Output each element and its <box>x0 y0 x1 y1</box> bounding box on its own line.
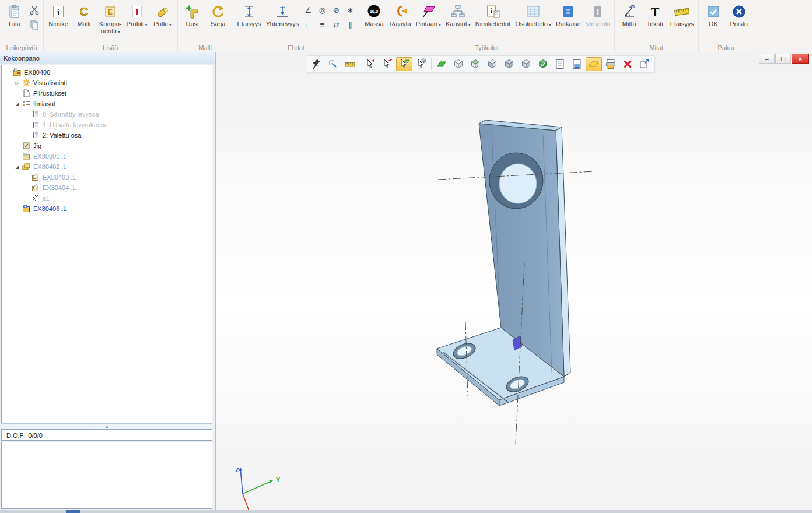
ok-button[interactable]: OK <box>701 2 726 29</box>
cut-button[interactable] <box>28 3 41 16</box>
item-icon: i <box>51 3 66 19</box>
workplane-button[interactable] <box>586 57 602 71</box>
text-icon: T <box>648 3 663 19</box>
angle-constraint-button[interactable]: ∠ <box>302 3 314 16</box>
svg-text:i: i <box>57 8 60 16</box>
tree-item-ex80403-l[interactable]: EX80403 .L <box>2 172 212 182</box>
select-solid-button[interactable] <box>413 57 429 71</box>
poistu-button[interactable]: Poistu <box>726 2 752 29</box>
paste-button[interactable]: Liitä <box>2 2 27 29</box>
panel-splitter[interactable]: ▴ <box>1 423 212 429</box>
tree-item-label: EX80400 <box>24 69 50 76</box>
print-preview-button[interactable] <box>603 57 619 71</box>
to-surface-icon <box>421 3 436 19</box>
sarja-button[interactable]: Sarja <box>205 2 231 29</box>
tree-item-ex80400[interactable]: EX80400 <box>2 67 212 78</box>
osaluettelo-button[interactable]: Osaluettelo▾ <box>513 2 554 30</box>
nimiketiedot-button[interactable]: iNimiketiedot <box>473 2 513 29</box>
show-hidden-lines-button[interactable] <box>467 57 484 71</box>
axis-z-label: Z <box>235 466 239 473</box>
mitta-button[interactable]: 45Mitta <box>617 2 642 29</box>
assembly-tree: EX80400▷VisualisointiPiirustukset◢Ilmias… <box>1 65 212 423</box>
close-button[interactable]: × <box>792 54 809 64</box>
massa-button[interactable]: 10,0Massa <box>361 2 387 29</box>
yhtenevyys-button[interactable]: Yhtenevyys <box>264 2 302 29</box>
clear-selection-button[interactable] <box>620 57 636 71</box>
viewport[interactable]: – ◻ × <box>216 52 812 510</box>
align-constraint-button[interactable]: ∥ <box>344 18 356 31</box>
select-edge-button[interactable] <box>379 57 396 71</box>
etaisyys-ehto-button[interactable]: Etäisyys <box>235 2 264 29</box>
svg-text:C: C <box>80 5 88 18</box>
coincidence-icon <box>275 3 290 19</box>
etaisyys-mitta-button[interactable]: Etäisyys <box>668 2 696 29</box>
check-model-button[interactable] <box>535 57 551 71</box>
show-shaded-button[interactable] <box>484 57 501 71</box>
profiili-button[interactable]: IProfiili▾ <box>124 2 150 30</box>
panel-title: Kokoonpano <box>0 52 215 64</box>
uusi-button[interactable]: Uusi <box>180 2 205 29</box>
malli-button[interactable]: CMalli <box>71 2 97 29</box>
measure-distance-button[interactable] <box>342 57 358 71</box>
ribbon-group-label: Malli <box>178 44 233 51</box>
copy-button[interactable] <box>28 18 41 31</box>
error-log-icon: ! <box>590 3 606 19</box>
show-wireframe-button[interactable] <box>450 57 467 71</box>
direction-constraint-button[interactable]: ⇄ <box>330 18 342 31</box>
teksti-button[interactable]: TTeksti <box>642 2 668 29</box>
ribbon-group-label: Leikepöytä <box>0 44 43 51</box>
symmetry-constraint-button[interactable]: ∗ <box>344 3 356 16</box>
show-solid-button[interactable] <box>518 57 534 71</box>
tangent-constraint-button[interactable]: ⊘ <box>330 3 342 16</box>
zoom-to-selection-button[interactable] <box>325 57 341 71</box>
tree-item-a1[interactable]: a1 <box>2 193 212 203</box>
tree-item-piirustukset[interactable]: Piirustukset <box>2 88 212 99</box>
show-shaded-edges-button[interactable] <box>501 57 517 71</box>
bracket-part[interactable] <box>437 120 570 406</box>
3d-scene[interactable]: Z Y X <box>216 52 812 510</box>
svg-text:T: T <box>650 5 659 19</box>
virheloki-button[interactable]: !Virheloki <box>583 2 612 29</box>
pintaan-button[interactable]: Pintaan▾ <box>414 2 443 30</box>
komponentti-button[interactable]: EKompo-nentti▾ <box>97 2 124 37</box>
tree-item-ex80406-l[interactable]: EX80406 .L <box>2 203 212 214</box>
drawing-export-button[interactable] <box>569 57 585 71</box>
nimike-button[interactable]: iNimike <box>46 2 71 29</box>
tree-item-0-sarmatty-levyosa[interactable]: 0: Särmätty levyosa <box>2 109 212 120</box>
tree-item-ex80404-l[interactable]: EX80404 .L <box>2 182 212 193</box>
maximize-button[interactable]: ◻ <box>775 54 791 64</box>
putki-button[interactable]: Putki▾ <box>150 2 176 30</box>
svg-text:I: I <box>135 7 139 16</box>
select-point-button[interactable] <box>362 57 379 71</box>
expander-expanded-icon[interactable]: ◢ <box>13 101 21 107</box>
tree-item-ex80801-l[interactable]: EX80801 .L <box>2 151 212 161</box>
expander-expanded-icon[interactable]: ◢ <box>13 164 21 170</box>
tree-item-ex80402-l[interactable]: ◢EX80402 .L <box>2 161 212 172</box>
dropdown-arrow-icon: ▾ <box>118 29 120 34</box>
jig-icon <box>21 142 31 150</box>
ratkaise-button[interactable]: Ratkaise <box>554 2 583 29</box>
concentric-constraint-button[interactable]: ◎ <box>316 3 328 16</box>
tree-item-2-valettu-osa[interactable]: 2: Valettu osa <box>2 130 212 140</box>
kaaviot-button[interactable]: Kaaviot▾ <box>443 2 473 30</box>
rajayta-button[interactable]: Räjäytä <box>387 2 413 29</box>
highlight-faces-button[interactable] <box>433 57 450 71</box>
tree-item-label: Piirustukset <box>33 90 66 97</box>
tree-item-visualisointi[interactable]: ▷Visualisointi <box>2 78 212 88</box>
tree-item-ilmiasut[interactable]: ◢Ilmiasut <box>2 99 212 109</box>
tree-item-1-hitsattu-levyrakenne[interactable]: 1: Hitsattu levyrakenne <box>2 120 212 130</box>
tree-item-label: 2: Valettu osa <box>43 132 81 139</box>
select-face-button[interactable] <box>396 57 412 71</box>
pin-button[interactable] <box>308 57 324 71</box>
tree-item-label: EX80406 .L <box>33 205 67 212</box>
dropdown-arrow-icon: ▾ <box>468 22 471 27</box>
export-view-button[interactable] <box>636 57 653 71</box>
drawing-list-button[interactable] <box>552 57 568 71</box>
minimize-button[interactable]: – <box>759 54 775 64</box>
explode-icon <box>393 3 408 19</box>
parallel-constraint-button[interactable]: ≡ <box>316 18 328 31</box>
toolbar-separator <box>431 58 432 70</box>
perpendicular-constraint-button[interactable]: ∟ <box>302 18 314 31</box>
tree-item-jig[interactable]: Jig <box>2 140 212 151</box>
expander-collapsed-icon[interactable]: ▷ <box>13 80 21 86</box>
